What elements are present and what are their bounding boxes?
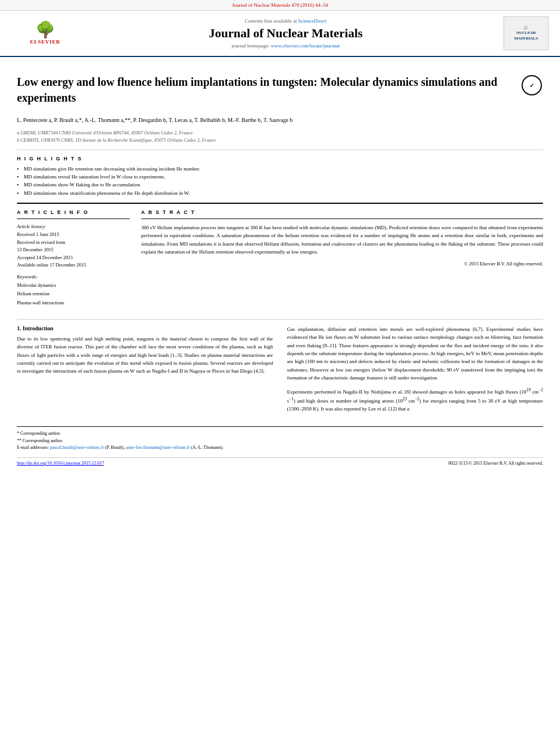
keywords-section: Keywords: Molecular dynamics Helium rete…	[17, 274, 130, 307]
info-abstract-columns: A R T I C L E I N F O Article history: R…	[17, 209, 543, 311]
highlight-item-2: MD simulations reveal He saturation leve…	[17, 173, 543, 181]
abstract-column: A B S T R A C T 300 eV Helium implantati…	[141, 209, 543, 311]
elsevier-logo-section: 🌳 ELSEVIER	[11, 19, 79, 47]
highlight-item-1: MD simulations give He retention rate de…	[17, 165, 543, 173]
keywords-title: Keywords:	[17, 274, 130, 279]
keyword-3: Plasma-wall interactions	[17, 299, 130, 307]
contents-text: Contents lists available at	[245, 18, 297, 24]
journal-logo-right: 📰NUCLEARMATERIALS	[492, 16, 549, 50]
journal-header: 🌳 ELSEVIER Contents lists available at S…	[0, 11, 560, 57]
highlights-list: MD simulations give He retention rate de…	[17, 165, 543, 198]
journal-title: Journal of Nuclear Materials	[79, 26, 492, 41]
history-label: Article history:	[17, 224, 130, 229]
keyword-1: Molecular dynamics	[17, 281, 130, 290]
copyright-line: © 2015 Elsevier B.V. All rights reserved…	[141, 261, 543, 267]
issn-text: 0022-3115/© 2015 Elsevier B.V. All right…	[448, 461, 543, 466]
footnote-emails: E-mail addresses: pascal.brault@univ-orl…	[17, 444, 543, 452]
journal-logo-text: 📰NUCLEARMATERIALS	[514, 25, 538, 41]
keyword-2: Helium retention	[17, 290, 130, 298]
highlights-title: H I G H L I G H T S	[17, 156, 543, 161]
contents-line: Contents lists available at ScienceDirec…	[79, 18, 492, 24]
email-2-link[interactable]: anne-lise.thomann@univ-orleans.fr	[126, 445, 190, 450]
divider-bold	[17, 203, 543, 204]
authors-section: L. Pentecoste a, P. Brault a,*, A.-L. Th…	[17, 116, 543, 125]
journal-logo-box: 📰NUCLEARMATERIALS	[504, 16, 549, 50]
homepage-link[interactable]: www.elsevier.com/locate/jnucmat	[271, 43, 340, 49]
homepage-label: journal homepage:	[231, 43, 269, 49]
email-1-name: (P. Brault),	[105, 445, 125, 450]
article-info-divider	[17, 219, 130, 219]
article-title-section: Low energy and low fluence helium implan…	[17, 65, 543, 111]
right-paragraph-2: Experiments performed in Nagdis-II by Ni…	[287, 387, 544, 413]
journal-header-center: Contents lists available at ScienceDirec…	[79, 18, 492, 49]
abstract-text: 300 eV Helium implantation process into …	[141, 224, 543, 256]
divider-after-affiliations	[17, 150, 543, 150]
highlights-section: H I G H L I G H T S MD simulations give …	[17, 156, 543, 198]
email-2-name: (A.-L. Thomann).	[191, 445, 223, 450]
body-left-column: 1. Introduction Due to its low sputterin…	[17, 325, 273, 418]
available-date: Available online 17 December 2015	[17, 261, 130, 269]
tree-icon: 🌳	[36, 22, 55, 38]
article-history: Article history: Received 1 June 2015 Re…	[17, 224, 130, 269]
elsevier-label: ELSEVIER	[30, 39, 60, 45]
abstract-divider	[141, 219, 543, 219]
email-1-link[interactable]: pascal.brault@univ-orleans.fr	[50, 445, 104, 450]
elsevier-logo: 🌳 ELSEVIER	[20, 19, 71, 47]
footnote-star2: ** Corresponding author.	[17, 438, 543, 445]
revised-date: 13 December 2015	[17, 246, 130, 254]
abstract-title: A B S T R A C T	[141, 209, 543, 215]
affiliation-b: b CEMHTI, UPR3079 CNRS, 1D Avenue de la …	[17, 137, 543, 144]
page: Journal of Nuclear Materials 470 (2016) …	[0, 0, 560, 747]
keywords-list: Molecular dynamics Helium retention Plas…	[17, 281, 130, 307]
affiliation-a: a GREMI, UMR7344 CNRS Université d'Orléa…	[17, 129, 543, 137]
sciencedirect-link[interactable]: ScienceDirect	[298, 18, 326, 24]
article-info-title: A R T I C L E I N F O	[17, 209, 130, 215]
journal-citation: Journal of Nuclear Materials 470 (2016) …	[232, 2, 328, 8]
received-date: Received 1 June 2015	[17, 231, 130, 239]
crossmark-icon: ✓	[522, 75, 542, 95]
article-dates: Received 1 June 2015 Received in revised…	[17, 231, 130, 269]
main-content: Low energy and low fluence helium implan…	[0, 57, 560, 477]
body-columns: 1. Introduction Due to its low sputterin…	[17, 325, 543, 418]
highlight-item-4: MD simulations show stratification pheno…	[17, 189, 543, 197]
bottom-bar: http://dx.doi.org/10.1016/j.jnucmat.2015…	[17, 457, 543, 469]
doi-link: http://dx.doi.org/10.1016/j.jnucmat.2015…	[17, 461, 104, 466]
top-banner: Journal of Nuclear Materials 470 (2016) …	[0, 0, 560, 11]
article-info-column: A R T I C L E I N F O Article history: R…	[17, 209, 130, 311]
highlight-item-3: MD simulations show W flaking due to He …	[17, 181, 543, 189]
right-paragraph-1: Gas implantation, diffusion and retentio…	[287, 325, 544, 382]
affiliations: a GREMI, UMR7344 CNRS Université d'Orléa…	[17, 129, 543, 144]
footnote-star1: * Corresponding author.	[17, 430, 543, 438]
footnotes: * Corresponding author. ** Corresponding…	[17, 426, 543, 452]
crossmark-logo: ✓	[520, 74, 543, 97]
intro-paragraph-1: Due to its low sputtering yield and high…	[17, 335, 273, 375]
received-revised-label: Received in revised form	[17, 239, 130, 247]
body-right-column: Gas implantation, diffusion and retentio…	[287, 325, 544, 418]
authors-list: L. Pentecoste a, P. Brault a,*, A.-L. Th…	[17, 117, 292, 123]
email-label: E-mail addresses:	[17, 445, 49, 450]
article-title: Low energy and low fluence helium implan…	[17, 74, 520, 106]
accepted-date: Accepted 14 December 2015	[17, 254, 130, 262]
body-section: 1. Introduction Due to its low sputterin…	[17, 319, 543, 452]
intro-heading: 1. Introduction	[17, 325, 273, 331]
journal-homepage: journal homepage: www.elsevier.com/locat…	[79, 43, 492, 49]
doi-anchor[interactable]: http://dx.doi.org/10.1016/j.jnucmat.2015…	[17, 461, 104, 466]
